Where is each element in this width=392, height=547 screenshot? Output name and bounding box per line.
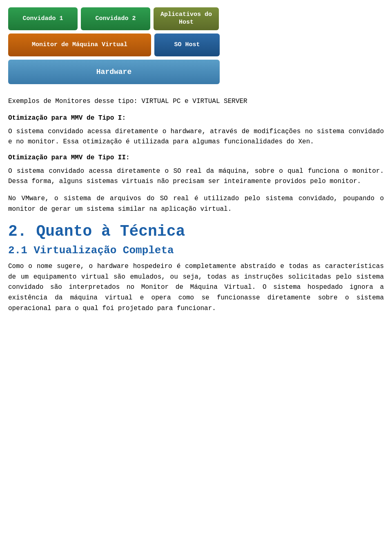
para-tipo2a: O sistema convidado acessa diretamente o… xyxy=(8,166,384,187)
monitor-box: Monitor de Máquina Virtual xyxy=(8,33,151,56)
diagram-row-3: Hardware xyxy=(8,60,220,84)
diagram-row-1: Convidado 1 Convidado 2 Aplicativos do H… xyxy=(8,7,220,30)
convidado1-box: Convidado 1 xyxy=(8,7,78,30)
convidado1-label: Convidado 1 xyxy=(22,15,63,23)
aplicativos-host-box: Aplicativos do Host xyxy=(154,7,219,30)
convidado2-label: Convidado 2 xyxy=(95,15,136,23)
diagram-row-2: Monitor de Máquina Virtual SO Host xyxy=(8,33,220,56)
hardware-label: Hardware xyxy=(96,67,131,77)
heading-tipo2: Otimização para MMV de Tipo II: xyxy=(8,154,384,161)
virtualization-diagram: Convidado 1 Convidado 2 Aplicativos do H… xyxy=(8,7,220,84)
hardware-box: Hardware xyxy=(8,60,220,84)
sohost-label: SO Host xyxy=(174,41,200,49)
para-virt-completa: Como o nome sugere, o hardware hospedeir… xyxy=(8,261,384,314)
heading-tipo1: Otimização para MMV de Tipo I: xyxy=(8,114,384,122)
section2-title: 2. Quanto à Técnica xyxy=(8,223,384,240)
sohost-box: SO Host xyxy=(154,33,220,56)
para-tipo2b: No VMware, o sistema de arquivos do SO r… xyxy=(8,194,384,214)
aplicativos-label: Aplicativos do Host xyxy=(159,11,213,27)
examples-line: Exemplos de Monitores desse tipo: VIRTUA… xyxy=(8,96,384,107)
subsection21-title: 2.1 Virtualização Completa xyxy=(8,244,384,257)
para-tipo1: O sistema convidado acessa diretamente o… xyxy=(8,127,384,147)
monitor-label: Monitor de Máquina Virtual xyxy=(32,41,127,49)
convidado2-box: Convidado 2 xyxy=(81,7,150,30)
